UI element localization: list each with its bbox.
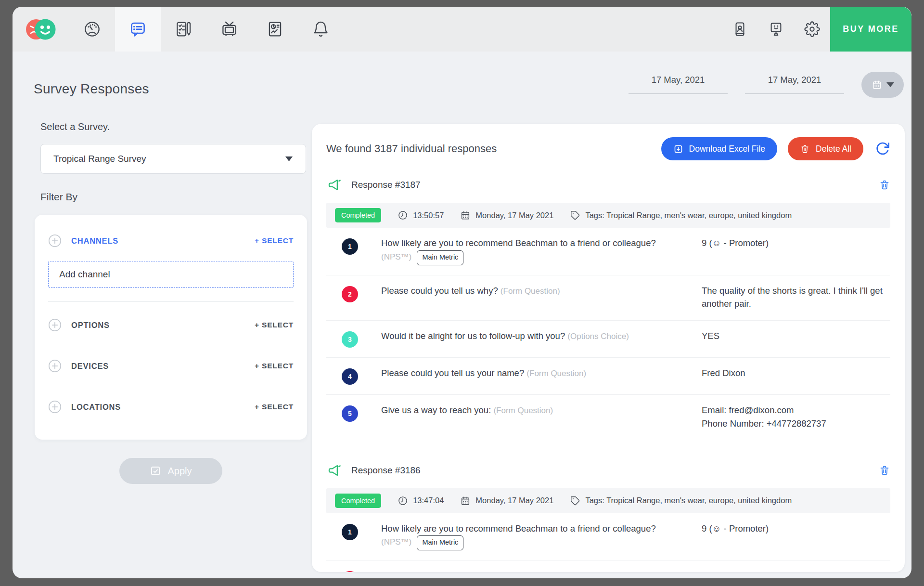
select-channels-link[interactable]: + SELECT bbox=[255, 236, 294, 245]
chat-list-icon bbox=[129, 20, 147, 38]
trash-icon bbox=[879, 464, 890, 477]
plus-circle-icon[interactable] bbox=[48, 318, 62, 332]
question-text: Please could you tell us your name? (For… bbox=[343, 366, 702, 380]
response-tags: Tags: Tropical Range, men's wear, europe… bbox=[570, 210, 792, 221]
filter-row-options: OPTIONS + SELECT bbox=[48, 315, 294, 335]
contacts-icon[interactable] bbox=[722, 7, 758, 52]
select-locations-link[interactable]: + SELECT bbox=[255, 403, 294, 411]
question-text: How likely are you to recommend Beachman… bbox=[343, 236, 702, 265]
clock-icon bbox=[398, 210, 408, 221]
top-nav: BUY MORE bbox=[13, 7, 911, 52]
response-header: Response #3187 bbox=[326, 177, 890, 193]
plus-circle-icon[interactable] bbox=[48, 234, 62, 247]
divider bbox=[48, 301, 294, 302]
qa-row: 2 Please could you tell us why? (Form Qu… bbox=[326, 275, 890, 321]
content-area: Survey Responses 17 May, 2021 17 May, 20… bbox=[13, 52, 911, 578]
megaphone-icon bbox=[326, 177, 344, 193]
qa-row: 5 Give us a way to reach you: (Form Ques… bbox=[326, 395, 890, 440]
survey-select[interactable]: Tropical Range Survey bbox=[40, 144, 306, 174]
apply-button[interactable]: Apply bbox=[119, 458, 222, 484]
tag-icon bbox=[570, 210, 580, 221]
kiosk-smiley-icon bbox=[768, 21, 784, 37]
date-range: 17 May, 2021 17 May, 2021 bbox=[629, 75, 904, 98]
question-text: Would it be alright for us to follow-up … bbox=[343, 329, 702, 343]
response-meta-bar: Completed 13:47:04 Monday, 17 M bbox=[326, 488, 890, 513]
results-count: We found 3187 individual responses bbox=[326, 143, 661, 155]
filter-label-locations: LOCATIONS bbox=[71, 403, 255, 412]
question-text: How likely are you to recommend Beachman… bbox=[343, 522, 702, 551]
response-date: Monday, 17 May 2021 bbox=[460, 495, 553, 506]
display-icon[interactable] bbox=[758, 7, 794, 52]
gauge-icon bbox=[83, 20, 101, 38]
apply-button-label: Apply bbox=[167, 466, 192, 477]
chevron-down-icon bbox=[886, 82, 894, 87]
download-excel-button[interactable]: Download Excel File bbox=[661, 137, 778, 160]
buy-more-button[interactable]: BUY MORE bbox=[830, 7, 911, 52]
answer-text: Fred Dixon bbox=[702, 366, 890, 380]
response-date: Monday, 17 May 2021 bbox=[460, 210, 553, 221]
chevron-down-icon bbox=[285, 156, 293, 162]
settings-icon[interactable] bbox=[794, 7, 830, 52]
question-text: Please could you tell us why? (Form Ques… bbox=[343, 284, 702, 298]
select-options-link[interactable]: + SELECT bbox=[255, 321, 294, 329]
download-icon bbox=[673, 144, 683, 154]
plus-circle-icon[interactable] bbox=[48, 359, 62, 373]
select-devices-link[interactable]: + SELECT bbox=[255, 362, 294, 370]
status-badge: Completed bbox=[335, 208, 381, 222]
add-channel-dropzone[interactable]: Add channel bbox=[48, 261, 294, 288]
select-survey-label: Select a Survey. bbox=[40, 121, 307, 132]
refresh-button[interactable] bbox=[875, 141, 890, 156]
question-text: Give us a way to reach you: (Form Questi… bbox=[343, 404, 702, 417]
response-meta-bar: Completed 13:50:57 Monday, 17 M bbox=[326, 203, 890, 228]
filter-row-channels: CHANNELS + SELECT bbox=[48, 231, 294, 250]
tag-icon bbox=[570, 495, 580, 506]
filter-sidebar: Select a Survey. Tropical Range Survey F… bbox=[35, 121, 307, 484]
panel-header: We found 3187 individual responses Downl… bbox=[326, 137, 890, 160]
page-title: Survey Responses bbox=[34, 81, 149, 97]
response-block: Response #3187 Completed bbox=[326, 177, 890, 440]
date-range-button[interactable] bbox=[861, 72, 904, 98]
delete-all-button[interactable]: Delete All bbox=[788, 137, 863, 160]
refresh-icon bbox=[875, 141, 890, 156]
qa-row: 3 Would it be alright for us to follow-u… bbox=[326, 321, 890, 358]
megaphone-icon bbox=[326, 462, 344, 479]
nav-tab-channels[interactable] bbox=[206, 7, 252, 52]
app-window: BUY MORE Survey Responses 17 May, 2021 1… bbox=[13, 7, 911, 578]
checkbox-check-icon bbox=[150, 465, 161, 477]
response-title: Response #3187 bbox=[351, 180, 879, 190]
qa-row: 1 How likely are you to recommend Beachm… bbox=[326, 228, 890, 275]
faces-logo-icon bbox=[26, 16, 56, 42]
filter-card: CHANNELS + SELECT Add channel OPTIONS + … bbox=[35, 215, 307, 440]
nav-tab-dashboard[interactable] bbox=[69, 7, 115, 52]
nav-tab-reports[interactable] bbox=[252, 7, 298, 52]
nav-tab-surveys[interactable] bbox=[161, 7, 206, 52]
response-title: Response #3186 bbox=[351, 465, 879, 476]
date-to-input[interactable]: 17 May, 2021 bbox=[745, 75, 844, 94]
delete-response-button[interactable] bbox=[879, 464, 890, 477]
contact-card-icon bbox=[732, 21, 748, 37]
survey-select-value: Tropical Range Survey bbox=[53, 154, 285, 164]
gear-icon bbox=[804, 21, 820, 37]
calendar-icon bbox=[872, 79, 882, 90]
filter-row-devices: DEVICES + SELECT bbox=[48, 356, 294, 376]
date-from-input[interactable]: 17 May, 2021 bbox=[629, 75, 728, 94]
response-tags: Tags: Tropical Range, men's wear, europe… bbox=[570, 495, 792, 506]
main-metric-badge: Main Metric bbox=[417, 535, 463, 550]
trash-icon bbox=[800, 144, 810, 154]
response-time: 13:47:04 bbox=[398, 495, 444, 506]
filter-label-channels: CHANNELS bbox=[71, 236, 255, 246]
answer-text: The quality of the shorts is great. I th… bbox=[702, 284, 890, 311]
plus-circle-icon[interactable] bbox=[48, 400, 62, 414]
nav-tab-notifications[interactable] bbox=[298, 7, 344, 52]
question-text: Please could you tell us why? (Form Ques… bbox=[343, 569, 702, 572]
delete-response-button[interactable] bbox=[879, 179, 890, 191]
qa-row: 1 How likely are you to recommend Beachm… bbox=[326, 513, 890, 561]
tv-icon bbox=[220, 20, 238, 38]
calendar-icon bbox=[460, 495, 471, 506]
filter-label-options: OPTIONS bbox=[71, 321, 255, 330]
calendar-icon bbox=[460, 210, 471, 221]
app-logo[interactable] bbox=[13, 7, 69, 52]
nav-tab-responses[interactable] bbox=[115, 7, 161, 52]
answer-text: YES bbox=[702, 329, 890, 343]
answer-text: I love the new Tropical range. The bbox=[702, 569, 890, 572]
